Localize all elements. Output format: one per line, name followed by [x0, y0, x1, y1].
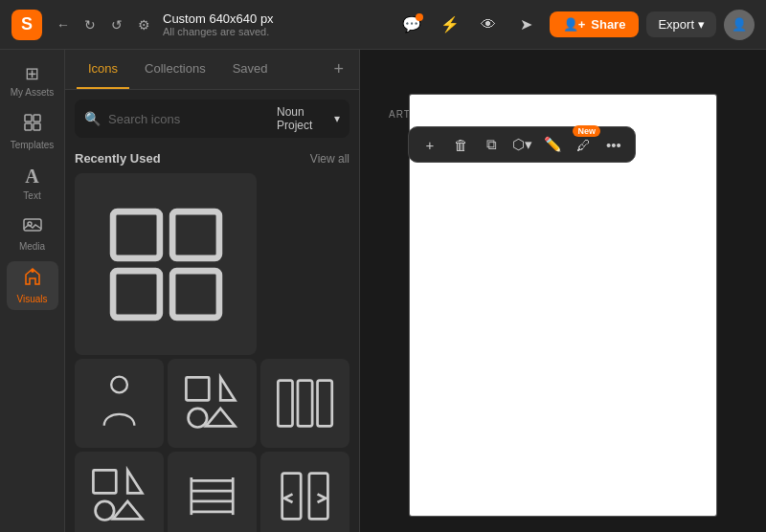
- user-avatar[interactable]: 👤: [724, 10, 755, 40]
- svg-rect-17: [93, 470, 116, 493]
- back-button[interactable]: ←: [50, 11, 77, 38]
- sidebar-item-visuals[interactable]: Visuals: [7, 261, 58, 310]
- icon-cell-arrow-columns[interactable]: [260, 452, 349, 532]
- svg-point-12: [189, 409, 208, 428]
- sidebar-item-text[interactable]: A Text: [7, 160, 58, 207]
- delete-artboard-button[interactable]: 🗑: [447, 131, 474, 158]
- sidebar-item-media[interactable]: Media: [7, 211, 58, 257]
- icons-grid: [75, 173, 349, 532]
- lightning-button[interactable]: ⚡: [435, 10, 465, 40]
- preview-button[interactable]: 👁: [473, 10, 504, 40]
- icon-cell-grid4[interactable]: [75, 173, 257, 355]
- icon-cell-grid-shapes2[interactable]: [75, 452, 164, 532]
- svg-rect-7: [172, 211, 219, 258]
- visuals-icon: [23, 267, 42, 291]
- search-icon: 🔍: [84, 111, 101, 126]
- left-nav: ⊞ My Assets Templates A Text: [0, 50, 65, 532]
- panel-tabs: Icons Collections Saved +: [65, 50, 359, 90]
- search-source-selector[interactable]: Noun Project ▾: [277, 105, 340, 132]
- send-button[interactable]: ➤: [511, 10, 542, 40]
- mask-button[interactable]: ⬡▾: [508, 131, 535, 158]
- search-bar: 🔍 Noun Project ▾: [75, 100, 349, 138]
- tab-saved[interactable]: Saved: [221, 50, 280, 89]
- tab-icons[interactable]: Icons: [77, 50, 129, 89]
- main-layout: ⊞ My Assets Templates A Text: [0, 50, 766, 532]
- topbar-actions: 💬 ⚡ 👁 ➤ 👤+ Share Export ▾ 👤: [396, 10, 755, 40]
- icon-cell-shapes[interactable]: [168, 359, 257, 448]
- svg-rect-6: [113, 211, 160, 258]
- media-icon: [23, 216, 42, 238]
- user-plus-icon: 👤+: [563, 17, 586, 32]
- icon-cell-columns[interactable]: [260, 359, 349, 448]
- svg-rect-14: [278, 381, 292, 427]
- svg-rect-8: [113, 271, 160, 318]
- icon-cell-person[interactable]: [75, 359, 164, 448]
- templates-icon: [23, 113, 42, 137]
- duplicate-artboard-button[interactable]: ⧉: [478, 131, 505, 158]
- svg-rect-3: [34, 123, 40, 130]
- save-status: All changes are saved.: [163, 26, 396, 37]
- title-area: Custom 640x640 px All changes are saved.: [163, 11, 396, 37]
- svg-marker-19: [113, 501, 142, 519]
- chevron-down-icon: ▾: [698, 17, 705, 32]
- svg-rect-0: [25, 115, 32, 122]
- tab-collections[interactable]: Collections: [133, 50, 217, 89]
- svg-rect-27: [309, 474, 328, 520]
- magic-button[interactable]: 🖊 New: [570, 131, 597, 158]
- svg-rect-9: [172, 271, 219, 318]
- notification-dot: [416, 13, 423, 21]
- my-assets-icon: ⊞: [25, 63, 39, 84]
- add-tab-button[interactable]: +: [329, 59, 348, 79]
- pen-button[interactable]: ✏️: [539, 131, 566, 158]
- svg-rect-1: [34, 115, 40, 122]
- new-badge: New: [573, 125, 600, 137]
- svg-rect-15: [298, 381, 312, 427]
- settings-button[interactable]: ⚙: [130, 11, 157, 38]
- app-logo[interactable]: S: [11, 10, 42, 40]
- document-title: Custom 640x640 px: [163, 11, 396, 26]
- icon-cell-list-lines[interactable]: [168, 452, 257, 532]
- text-icon: A: [25, 166, 38, 188]
- undo-button[interactable]: ↻: [77, 11, 103, 38]
- chevron-down-icon: ▾: [334, 112, 340, 125]
- recently-used-header: Recently Used View all: [75, 151, 349, 166]
- svg-rect-4: [24, 219, 41, 231]
- svg-rect-2: [25, 123, 32, 130]
- sidebar-item-templates[interactable]: Templates: [7, 107, 58, 156]
- view-all-link[interactable]: View all: [310, 152, 349, 166]
- add-artboard-button[interactable]: +: [417, 131, 443, 158]
- artboard-toolbar: + 🗑 ⧉ ⬡▾ ✏️ 🖊 New •••: [408, 126, 636, 163]
- svg-marker-13: [206, 409, 235, 426]
- export-button[interactable]: Export ▾: [646, 11, 716, 37]
- svg-rect-11: [186, 377, 209, 400]
- svg-point-10: [111, 377, 127, 393]
- chat-button[interactable]: 💬: [396, 10, 427, 40]
- panel: Icons Collections Saved + 🔍 Noun Project…: [65, 50, 360, 532]
- svg-rect-26: [282, 474, 302, 520]
- topbar: S ← ↻ ↺ ⚙ Custom 640x640 px All changes …: [0, 0, 766, 50]
- svg-point-18: [96, 501, 115, 521]
- sidebar-item-my-assets[interactable]: ⊞ My Assets: [7, 57, 58, 103]
- canvas-area: ARTBOARD 1 + 🗑 ⧉ ⬡▾ ✏️ 🖊 New •••: [360, 50, 766, 532]
- svg-rect-16: [318, 381, 332, 427]
- icons-area: Recently Used View all: [65, 144, 359, 532]
- redo-button[interactable]: ↺: [103, 11, 130, 38]
- more-options-button[interactable]: •••: [600, 131, 627, 158]
- search-input[interactable]: [108, 112, 269, 126]
- share-button[interactable]: 👤+ Share: [550, 11, 640, 37]
